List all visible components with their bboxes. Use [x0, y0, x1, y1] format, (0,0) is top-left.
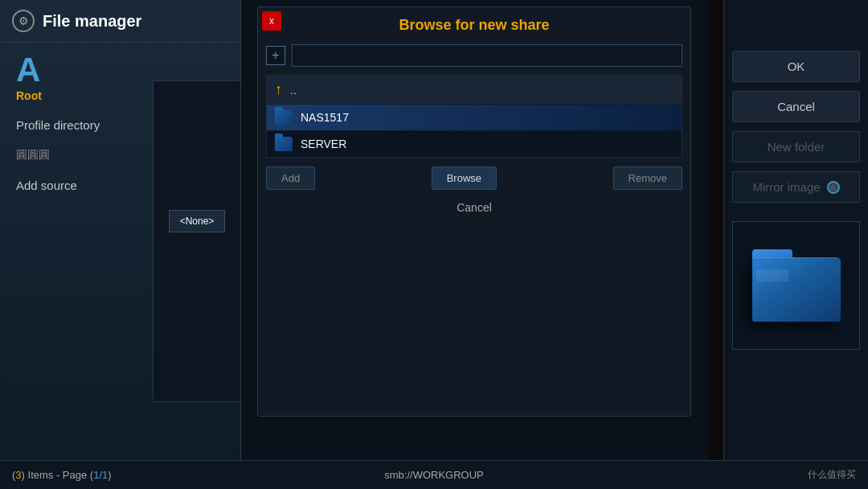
- sidebar-inner-none-label: <None>: [154, 81, 240, 236]
- cancel-button-bottom[interactable]: Cancel: [457, 201, 492, 214]
- browse-path-row: +: [258, 40, 690, 71]
- folder-shine: [756, 269, 788, 281]
- cancel-button[interactable]: Cancel: [732, 91, 860, 122]
- file-up-label: ..: [290, 84, 297, 97]
- remove-button[interactable]: Remove: [613, 166, 682, 190]
- status-smb: smb://WORKGROUP: [384, 469, 484, 481]
- new-folder-button[interactable]: New folder: [732, 131, 860, 162]
- status-watermark: 什么值得买: [808, 468, 856, 482]
- sidebar: ⚙ File manager A Root Profile directory …: [0, 0, 241, 489]
- file-server-label: SERVER: [301, 138, 346, 150]
- status-count: 3: [15, 469, 21, 481]
- up-arrow-icon: ↑: [275, 81, 282, 98]
- folder-preview: [732, 221, 860, 350]
- status-items: (3) Items - Page (1/1): [12, 469, 112, 481]
- file-item-nas[interactable]: NAS1517: [267, 105, 682, 131]
- browse-btn-row: Add Browse Remove: [258, 162, 690, 194]
- file-nas-label: NAS1517: [301, 111, 349, 124]
- sidebar-header: ⚙ File manager: [0, 0, 240, 43]
- browse-cancel-bottom: Cancel: [258, 194, 690, 221]
- right-panel: OK Cancel New folder Mirror image ◉: [723, 0, 868, 460]
- status-bar: (3) Items - Page (1/1) smb://WORKGROUP 什…: [0, 460, 868, 489]
- close-button[interactable]: x: [262, 11, 281, 31]
- gear-icon[interactable]: ⚙: [12, 10, 35, 32]
- folder-3d-icon: [752, 249, 841, 322]
- folder-body: [752, 257, 841, 322]
- none-button[interactable]: <None>: [169, 210, 225, 232]
- app-title: File manager: [43, 12, 141, 31]
- browse-button[interactable]: Browse: [432, 166, 497, 190]
- browse-dialog-title: Browse for new share: [258, 7, 690, 40]
- mirror-label: Mirror image: [752, 180, 820, 194]
- folder-icon-server: [275, 137, 293, 151]
- file-list: ↑ .. NAS1517 SERVER: [266, 75, 682, 158]
- folder-icon-nas: [275, 110, 293, 125]
- status-page: 1/1: [93, 469, 108, 481]
- mirror-icon: ◉: [827, 181, 840, 194]
- browse-dialog: x Browse for new share + ↑ .. NAS1517 SE…: [257, 6, 691, 417]
- add-button[interactable]: Add: [266, 166, 315, 190]
- file-item-server[interactable]: SERVER: [267, 131, 682, 158]
- path-plus-icon[interactable]: +: [266, 46, 285, 65]
- browse-path-input[interactable]: [292, 44, 682, 67]
- sidebar-inner-panel: <None>: [153, 80, 241, 402]
- mirror-image-button[interactable]: Mirror image ◉: [732, 171, 860, 203]
- ok-button[interactable]: OK: [732, 51, 860, 82]
- file-item-up[interactable]: ↑ ..: [267, 76, 682, 105]
